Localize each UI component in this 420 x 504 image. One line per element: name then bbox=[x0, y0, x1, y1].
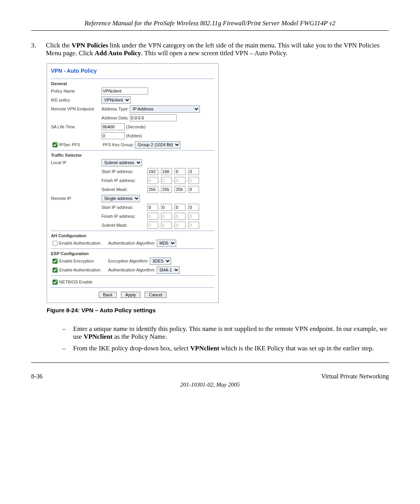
remote-start-4[interactable] bbox=[188, 204, 199, 211]
apply-button[interactable]: Apply bbox=[121, 292, 140, 298]
remote-mask-1 bbox=[147, 222, 158, 229]
remote-mask-3 bbox=[175, 222, 186, 229]
remote-finish-3 bbox=[175, 213, 186, 220]
page-number: 8-36 bbox=[31, 373, 42, 380]
netbios-label: NETBIOS Enable bbox=[59, 280, 93, 284]
policy-name-label: Policy Name bbox=[51, 89, 102, 93]
local-ip-type-select[interactable]: Subnet address bbox=[102, 159, 142, 166]
esp-heading: ESP Configuration bbox=[51, 251, 214, 256]
pfs-key-select[interactable]: Group 2 (1024 Bit) bbox=[135, 141, 180, 149]
vpn-auto-policy-panel: VPN - Auto Policy General Policy Name IK… bbox=[47, 63, 219, 303]
local-mask-2[interactable] bbox=[161, 186, 172, 193]
local-finish-1 bbox=[147, 177, 158, 184]
address-data-label: Address Data: bbox=[102, 116, 129, 120]
local-finish-3 bbox=[175, 177, 186, 184]
esp-auth-algo-select[interactable]: SHA-1 bbox=[157, 266, 180, 274]
esp-enc-algo-select[interactable]: 3DES bbox=[150, 257, 171, 265]
local-mask-4[interactable] bbox=[188, 186, 199, 193]
doc-id: 201-10301-02, May 2005 bbox=[31, 382, 389, 388]
page-header: Reference Manual for the ProSafe Wireles… bbox=[31, 19, 389, 30]
sa-kbytes-input[interactable] bbox=[102, 132, 125, 139]
ah-heading: AH Configuration bbox=[51, 233, 214, 238]
remote-endpoint-label: Remote VPN Endpoint bbox=[51, 107, 102, 111]
address-type-select[interactable]: IP Address bbox=[130, 105, 200, 113]
figure-caption: Figure 8-24: VPN – Auto Policy settings bbox=[47, 307, 389, 313]
pfs-key-label: PFS Key Group: bbox=[103, 142, 134, 147]
ipsec-pfs-label: IPSec PFS bbox=[59, 142, 103, 147]
ike-policy-label: IKE policy bbox=[51, 98, 102, 102]
remote-finish-2 bbox=[161, 213, 172, 220]
step-text: Click the VPN Policies link under the VP… bbox=[46, 42, 389, 57]
sa-life-label: SA Life Time bbox=[51, 124, 102, 129]
netbios-checkbox[interactable] bbox=[52, 280, 58, 285]
back-button[interactable]: Back bbox=[99, 292, 117, 298]
step-number: 3. bbox=[31, 42, 46, 57]
bullet-2: – From the IKE policy drop-down box, sel… bbox=[62, 345, 389, 352]
local-ip-label: Local IP bbox=[51, 160, 102, 165]
sa-seconds-input[interactable] bbox=[102, 123, 125, 130]
policy-name-input[interactable] bbox=[102, 88, 148, 94]
remote-finish-4 bbox=[188, 213, 199, 220]
remote-ip-label: Remote IP bbox=[51, 196, 102, 201]
ah-enable-checkbox[interactable] bbox=[52, 241, 58, 246]
header-rule bbox=[31, 30, 389, 31]
remote-mask-2 bbox=[161, 222, 172, 229]
remote-start-2[interactable] bbox=[161, 204, 172, 211]
local-start-1[interactable] bbox=[147, 168, 158, 175]
remote-start-1[interactable] bbox=[147, 204, 158, 211]
remote-ip-type-select[interactable]: Single address bbox=[102, 195, 140, 202]
remote-start-3[interactable] bbox=[175, 204, 186, 211]
esp-auth-checkbox[interactable] bbox=[52, 268, 58, 273]
traffic-selector-heading: Traffic Selector bbox=[51, 153, 214, 158]
panel-title: VPN - Auto Policy bbox=[51, 68, 214, 74]
remote-finish-1 bbox=[147, 213, 158, 220]
ah-algo-select[interactable]: MD5 bbox=[157, 240, 176, 247]
ipsec-pfs-checkbox[interactable] bbox=[52, 142, 58, 147]
step-3: 3. Click the VPN Policies link under the… bbox=[31, 42, 389, 57]
section-title: Virtual Private Networking bbox=[321, 373, 389, 380]
general-heading: General bbox=[51, 81, 214, 86]
cancel-button[interactable]: Cancel bbox=[145, 292, 166, 298]
local-mask-3[interactable] bbox=[175, 186, 186, 193]
local-start-2[interactable] bbox=[161, 168, 172, 175]
esp-enc-checkbox[interactable] bbox=[52, 259, 58, 264]
local-finish-2 bbox=[161, 177, 172, 184]
address-type-label: Address Type: bbox=[102, 107, 129, 111]
local-mask-1[interactable] bbox=[147, 186, 158, 193]
remote-mask-4 bbox=[188, 222, 199, 229]
ike-policy-select[interactable]: VPNclient bbox=[102, 96, 131, 104]
address-data-input[interactable] bbox=[130, 114, 177, 121]
local-start-4[interactable] bbox=[188, 168, 199, 175]
local-start-3[interactable] bbox=[175, 168, 186, 175]
bullet-1: – Enter a unique name to identify this p… bbox=[62, 325, 389, 341]
local-finish-4 bbox=[188, 177, 199, 184]
